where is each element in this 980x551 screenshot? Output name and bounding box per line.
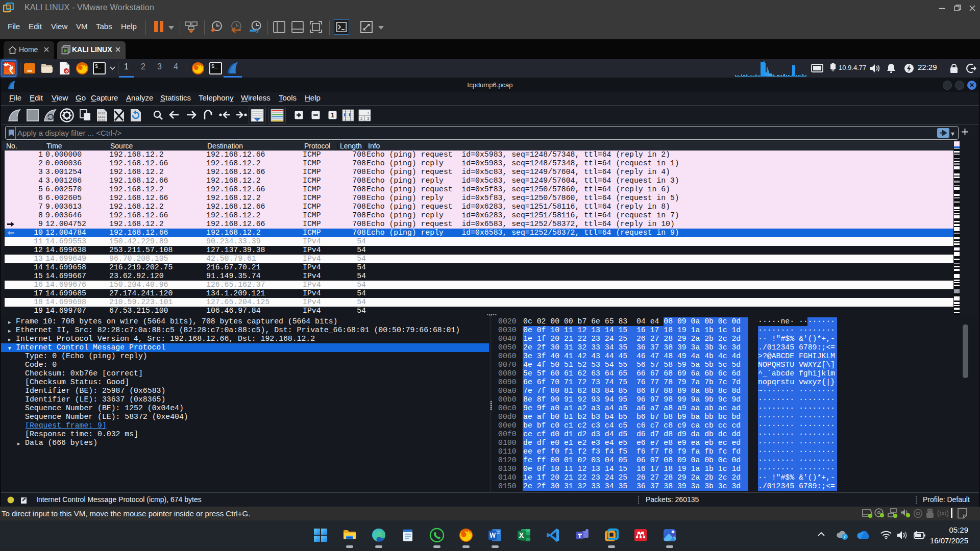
svg-text:1: 1: [331, 112, 334, 119]
svg-text:1: 1: [367, 111, 370, 115]
svg-text:3: 3: [367, 116, 370, 121]
svg-text:0101: 0101: [98, 119, 106, 122]
svg-text:1110: 1110: [98, 115, 106, 119]
svg-text:0101: 0101: [98, 112, 106, 115]
svg-text:2: 2: [360, 116, 363, 121]
